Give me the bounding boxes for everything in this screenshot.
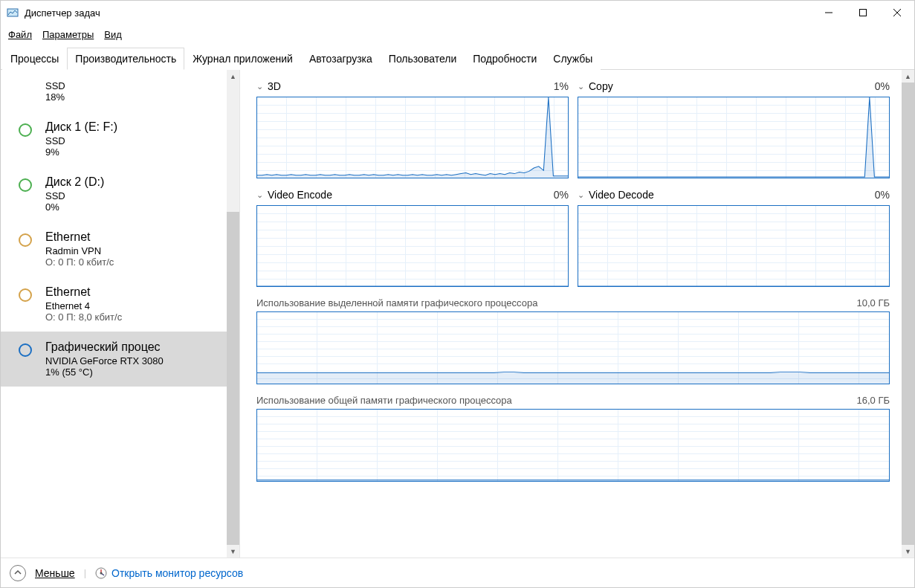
tab-startup[interactable]: Автозагрузка <box>301 48 381 70</box>
sidebar-item-meta: 0% <box>45 201 219 213</box>
app-icon <box>7 7 19 19</box>
chart-value: 0% <box>875 80 890 92</box>
chart-video-decode: ⌄ Video Decode 0% <box>578 189 890 287</box>
chevron-down-icon[interactable]: ⌄ <box>578 190 584 200</box>
sidebar-item-sub: SSD <box>45 135 219 146</box>
less-details-link[interactable]: Меньше <box>35 567 75 579</box>
chart-box <box>256 205 569 287</box>
maximize-button[interactable] <box>846 1 880 25</box>
tab-services[interactable]: Службы <box>545 48 601 70</box>
scroll-thumb[interactable] <box>227 212 239 545</box>
sidebar-item-title: Ethernet <box>45 285 219 299</box>
scroll-thumb[interactable] <box>902 83 914 545</box>
menubar: Файл Параметры Вид <box>1 25 914 44</box>
chart-value: 10,0 ГБ <box>857 297 890 308</box>
chevron-down-icon[interactable]: ⌄ <box>256 82 263 91</box>
main-scrollbar[interactable]: ▲ ▼ <box>902 70 914 558</box>
sidebar-item-ethernet4[interactable]: Ethernet Ethernet 4 О: 0 П: 8,0 кбит/с <box>1 277 227 332</box>
open-resource-monitor-label: Открыть монитор ресурсов <box>111 567 243 579</box>
menu-file[interactable]: Файл <box>8 29 32 40</box>
chart-value: 0% <box>875 189 890 201</box>
chart-label: Copy <box>589 80 875 92</box>
chart-label: Использование выделенной памяти графичес… <box>256 297 857 308</box>
tabs: Процессы Производительность Журнал прило… <box>1 44 914 70</box>
sidebar-item-meta: 1% (55 °C) <box>45 366 219 378</box>
gpu-icon <box>19 343 32 357</box>
chart-value: 1% <box>554 80 569 92</box>
sidebar-item-disk0-partial[interactable]: SSD 18% <box>1 77 227 112</box>
scroll-down-icon[interactable]: ▼ <box>227 545 239 558</box>
sidebar-item-title: Диск 2 (D:) <box>45 175 219 189</box>
scroll-track[interactable] <box>227 83 239 545</box>
minimize-button[interactable] <box>812 1 846 25</box>
sidebar-item-disk1[interactable]: Диск 1 (E: F:) SSD 9% <box>1 112 227 167</box>
sidebar-item-meta: О: 0 П: 0 кбит/с <box>45 256 219 268</box>
tab-processes[interactable]: Процессы <box>2 48 67 70</box>
sidebar-item-disk2[interactable]: Диск 2 (D:) SSD 0% <box>1 167 227 222</box>
sidebar-item-sub: SSD <box>45 190 219 201</box>
chevron-down-icon[interactable]: ⌄ <box>578 82 584 91</box>
network-icon <box>19 288 32 302</box>
chart-3d: ⌄ 3D 1% <box>256 80 569 178</box>
chart-value: 0% <box>554 189 569 201</box>
chart-dedicated-memory: Использование выделенной памяти графичес… <box>256 297 890 384</box>
chart-svg <box>257 206 568 286</box>
chart-value: 16,0 ГБ <box>857 395 890 406</box>
svg-marker-5 <box>257 97 568 178</box>
close-button[interactable] <box>880 1 914 25</box>
chart-box <box>256 409 890 482</box>
chart-svg <box>257 410 889 481</box>
chart-label: Video Encode <box>268 189 554 201</box>
sidebar-item-sub: NVIDIA GeForce RTX 3080 <box>45 355 219 366</box>
separator: | <box>84 567 86 578</box>
sidebar-item-sub: SSD <box>45 80 219 91</box>
chevron-down-icon[interactable]: ⌄ <box>256 190 263 200</box>
resource-monitor-icon <box>95 567 107 579</box>
svg-marker-6 <box>578 97 889 178</box>
titlebar: Диспетчер задач <box>1 1 914 25</box>
chart-svg <box>578 206 889 286</box>
sidebar: SSD 18% Диск 1 (E: F:) SSD 9% Диск 2 (D:… <box>1 70 240 558</box>
collapse-button[interactable] <box>10 565 26 581</box>
scroll-up-icon[interactable]: ▲ <box>227 70 239 83</box>
open-resource-monitor-link[interactable]: Открыть монитор ресурсов <box>95 567 243 579</box>
tab-performance[interactable]: Производительность <box>67 48 184 70</box>
menu-options[interactable]: Параметры <box>42 29 94 40</box>
tab-app-history[interactable]: Журнал приложений <box>184 48 301 70</box>
scroll-down-icon[interactable]: ▼ <box>902 545 914 558</box>
chart-copy: ⌄ Copy 0% <box>578 80 890 178</box>
svg-rect-0 <box>7 9 18 16</box>
content: SSD 18% Диск 1 (E: F:) SSD 9% Диск 2 (D:… <box>1 70 914 558</box>
chart-label: Использование общей памяти графического … <box>256 395 857 406</box>
window-title: Диспетчер задач <box>25 7 100 19</box>
chart-box <box>578 97 890 178</box>
chart-label: Video Decode <box>589 189 875 201</box>
svg-point-12 <box>100 572 103 574</box>
sidebar-scrollbar[interactable]: ▲ ▼ <box>227 70 239 558</box>
scroll-track[interactable] <box>902 83 914 545</box>
chart-box <box>578 205 890 287</box>
svg-rect-2 <box>860 10 867 16</box>
main-panel: ⌄ 3D 1% ⌄ Copy 0% <box>240 70 914 558</box>
tab-details[interactable]: Подробности <box>465 48 545 70</box>
disk-icon <box>19 178 32 192</box>
sidebar-item-gpu[interactable]: Графический процес NVIDIA GeForce RTX 30… <box>1 332 227 387</box>
network-icon <box>19 233 32 247</box>
sidebar-item-sub: Ethernet 4 <box>45 300 219 311</box>
sidebar-item-title: Графический процес <box>45 340 219 354</box>
chart-svg <box>578 97 889 178</box>
chart-box <box>256 311 890 384</box>
chart-box <box>256 97 569 178</box>
sidebar-item-title: Диск 1 (E: F:) <box>45 120 219 134</box>
sidebar-item-meta: 18% <box>45 91 219 103</box>
menu-view[interactable]: Вид <box>104 29 122 40</box>
chart-svg <box>257 312 889 384</box>
sidebar-item-meta: 9% <box>45 146 219 158</box>
disk-icon <box>19 123 32 137</box>
sidebar-list: SSD 18% Диск 1 (E: F:) SSD 9% Диск 2 (D:… <box>1 70 239 558</box>
chart-video-encode: ⌄ Video Encode 0% <box>256 189 569 287</box>
sidebar-item-ethernet-vpn[interactable]: Ethernet Radmin VPN О: 0 П: 0 кбит/с <box>1 222 227 277</box>
sidebar-item-title: Ethernet <box>45 230 219 244</box>
scroll-up-icon[interactable]: ▲ <box>902 70 914 83</box>
tab-users[interactable]: Пользователи <box>381 48 465 70</box>
